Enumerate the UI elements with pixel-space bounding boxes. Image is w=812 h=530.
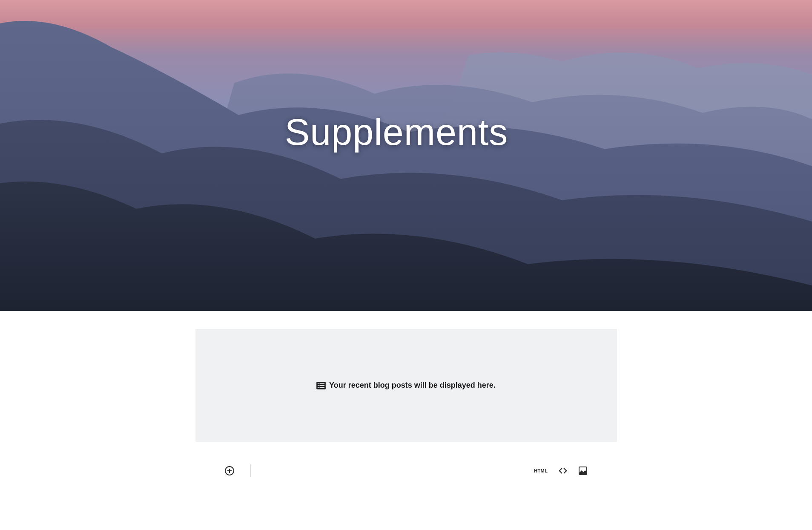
hero-background-image [0,0,812,311]
svg-rect-7 [320,387,325,388]
placeholder-message: Your recent blog posts will be displayed… [329,381,496,390]
html-toggle-button[interactable]: HTML [534,468,548,473]
svg-rect-5 [320,385,325,386]
svg-rect-4 [318,385,319,386]
toolbar-left-group [224,464,250,477]
text-cursor[interactable] [250,464,250,477]
blog-posts-placeholder: Your recent blog posts will be displayed… [195,329,617,442]
toolbar-right-group: HTML [534,466,588,476]
page-title: Supplements [285,110,508,154]
svg-rect-3 [320,383,325,384]
add-block-button[interactable] [224,466,235,476]
image-button[interactable] [578,466,588,476]
content-area: Your recent blog posts will be displayed… [195,311,617,496]
svg-rect-2 [318,383,319,384]
editor-toolbar: HTML [195,463,617,478]
hero-section: Supplements [0,0,812,311]
list-icon [316,382,326,389]
svg-rect-6 [318,387,319,388]
code-button[interactable] [558,466,568,475]
